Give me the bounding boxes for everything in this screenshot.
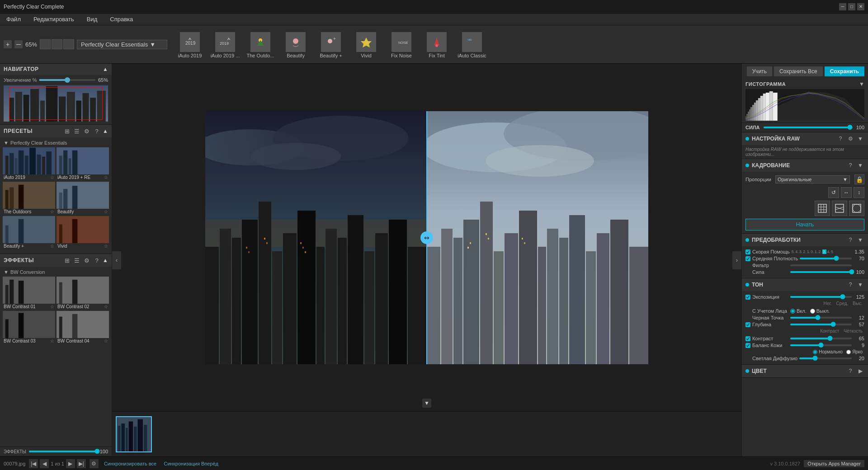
crop-lock-btn[interactable]: 🔒 (854, 174, 864, 184)
preset-item-iauto2019plus[interactable]: 2019 iAuto 2019 ... (209, 30, 241, 59)
presets-help[interactable]: ? (93, 127, 101, 135)
nav-next[interactable]: ▶ (66, 459, 75, 468)
color-help[interactable]: ? (846, 367, 854, 375)
tone-track-diffusion[interactable] (799, 357, 852, 359)
preset-thumb-beautifyplus[interactable]: Beautify + ☆ (3, 216, 55, 249)
star-icon[interactable]: ☆ (50, 175, 54, 180)
menu-view[interactable]: Вид (84, 15, 100, 24)
crop-grid-btn-2[interactable] (832, 201, 847, 216)
effects-slider[interactable] (29, 451, 97, 452)
maximize-button[interactable]: □ (848, 3, 855, 10)
preset-item-iautoclassic[interactable]: HD iAuto Classic (456, 30, 488, 59)
pre-cb-0[interactable] (745, 249, 750, 254)
effect-thumb-bwc03[interactable]: BW Contrast 03 ☆ (3, 311, 55, 344)
close-button[interactable]: ✕ (857, 3, 864, 10)
tone-track-black[interactable] (790, 317, 852, 319)
zoom-handle[interactable] (65, 77, 70, 83)
preset-thumb-outdoors[interactable]: The Outdoors ☆ (3, 182, 55, 215)
effect-thumb-bwc02[interactable]: BW Contrast 02 ☆ (57, 277, 109, 310)
crop-flip-v[interactable]: ↕ (854, 187, 864, 198)
tone-track-contrast[interactable] (790, 338, 852, 339)
star-icon[interactable]: ☆ (50, 244, 54, 249)
star-icon[interactable]: ☆ (50, 209, 54, 214)
tone-help[interactable]: ? (846, 281, 854, 289)
learn-button[interactable]: Учить (747, 66, 772, 76)
preprocessing-header[interactable]: ПРЕДОБРАБОТКИ ? ▼ (742, 234, 868, 246)
tone-cb-depth[interactable] (745, 322, 750, 327)
crop-rotate-left[interactable]: ↺ (828, 187, 839, 198)
raw-collapse[interactable]: ▼ (856, 135, 864, 143)
face-on-label[interactable]: Вкл. (790, 308, 807, 314)
bright-radio[interactable] (846, 350, 851, 354)
nav-prev[interactable]: ◀ (40, 459, 49, 468)
crop-start-button[interactable]: Начать (745, 219, 864, 230)
tone-cb-exposure[interactable] (745, 295, 750, 300)
presets-header[interactable]: ПРЕСЕТЫ ⊞ ☰ ⚙ ? ▲ (0, 125, 112, 137)
presets-list-view[interactable]: ☰ (73, 127, 81, 135)
effect-thumb-bwc01[interactable]: BW Contrast 01 ☆ (3, 277, 55, 310)
crop-grid-btn-1[interactable] (815, 201, 830, 216)
pre-collapse[interactable]: ▼ (856, 236, 864, 244)
normal-label[interactable]: Нормально (813, 349, 843, 354)
nav-last[interactable]: ▶| (77, 459, 86, 468)
zoom-slider[interactable] (39, 79, 95, 81)
effects-category-title[interactable]: ▼ BW Conversion (2, 268, 110, 276)
star-icon[interactable]: ☆ (50, 338, 54, 343)
color-collapse[interactable]: ▶ (856, 367, 864, 375)
add-button[interactable]: + (4, 40, 12, 48)
pre-help[interactable]: ? (846, 236, 854, 244)
save-all-button[interactable]: Сохранить Все (774, 66, 823, 76)
presets-settings[interactable]: ⚙ (83, 127, 91, 135)
view-btn-3[interactable] (63, 39, 74, 49)
raw-settings-btn[interactable]: ⚙ (846, 135, 854, 143)
strength-slider[interactable] (764, 127, 853, 128)
open-apps-button[interactable]: Открыть Apps Manager (804, 460, 864, 467)
pre-track-4[interactable] (790, 271, 852, 273)
preset-selector[interactable]: Perfectly Clear Essentials ▼ (77, 40, 167, 49)
crop-grid-btn-3[interactable] (849, 201, 864, 216)
crop-help[interactable]: ? (846, 161, 854, 169)
crop-flip-h[interactable]: ↔ (841, 187, 852, 198)
pre-cb-2[interactable] (745, 256, 750, 261)
effects-header[interactable]: ЭФФЕКТЫ ⊞ ☰ ⚙ ? ▲ (0, 254, 112, 267)
crop-collapse[interactable]: ▼ (856, 161, 864, 169)
preset-item-fixtint[interactable]: Fix Tint (420, 30, 453, 59)
tone-header[interactable]: ТОН ? ▼ (742, 278, 868, 291)
pre-track-3[interactable] (790, 264, 852, 266)
tone-cb-skin[interactable] (745, 343, 750, 348)
star-icon[interactable]: ☆ (50, 304, 54, 309)
tone-track-skin[interactable] (790, 344, 852, 346)
filmstrip-toggle[interactable]: ▼ (422, 399, 431, 408)
sidebar-toggle-left[interactable]: ‹ (112, 251, 121, 269)
cropping-header[interactable]: КАДРОВАНИЕ ? ▼ (742, 159, 868, 172)
preset-thumb-beautify[interactable]: Beautify ☆ (57, 182, 109, 215)
preset-item-outdoors[interactable]: The Outdo... (244, 30, 277, 59)
pre-track-2[interactable] (800, 258, 852, 259)
split-handle[interactable]: ⇔ (420, 231, 433, 244)
preset-thumb-vivid[interactable]: Vivid ☆ (57, 216, 109, 249)
presets-category-title[interactable]: ▼ Perfectly Clear Essentials (2, 139, 110, 146)
tone-track-depth[interactable] (790, 324, 852, 325)
face-off-label[interactable]: Выкл. (810, 308, 830, 314)
minus-button[interactable]: ─ (14, 40, 23, 48)
star-icon[interactable]: ☆ (104, 175, 108, 180)
presets-grid-view[interactable]: ⊞ (63, 127, 71, 135)
tone-cb-contrast[interactable] (745, 336, 750, 341)
preset-item-fixnoise[interactable]: NOISE Fix Noise (385, 30, 418, 59)
raw-help[interactable]: ? (836, 135, 844, 143)
normal-radio[interactable] (813, 350, 817, 354)
bright-label[interactable]: Ярко (846, 349, 863, 354)
effects-help[interactable]: ? (93, 256, 101, 264)
crop-proportions-dropdown[interactable]: Оригинальные ▼ (775, 175, 850, 183)
tone-track-exposure[interactable] (790, 296, 852, 298)
menu-edit[interactable]: Редактировать (31, 15, 77, 24)
preset-item-beautify[interactable]: Beautify (279, 30, 312, 59)
effects-grid-view[interactable]: ⊞ (63, 256, 71, 264)
view-btn-1[interactable] (40, 39, 51, 49)
save-button[interactable]: Сохранить (825, 66, 864, 76)
menu-help[interactable]: Справка (107, 15, 136, 24)
star-icon[interactable]: ☆ (104, 304, 108, 309)
sync-all-btn[interactable]: Синхронизировать все (102, 460, 158, 467)
sync-forward-btn[interactable]: Синхронизация Вперёд (162, 460, 220, 467)
menu-file[interactable]: Файл (4, 15, 24, 24)
